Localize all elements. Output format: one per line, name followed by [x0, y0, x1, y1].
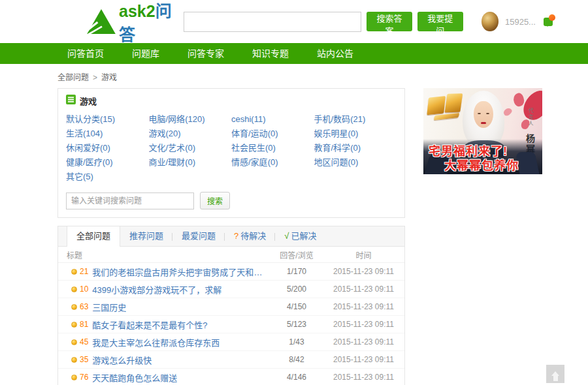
- question-title-link[interactable]: 酷女子看起来是不是最有个性?: [92, 318, 207, 331]
- question-reward-number: 76: [80, 373, 88, 382]
- coin-icon: [71, 304, 77, 310]
- question-title-link[interactable]: 4399小游戏部分游戏玩不了，求解: [92, 283, 221, 296]
- question-tab[interactable]: 全部问题: [67, 226, 120, 247]
- question-row: 10 4399小游戏部分游戏玩不了，求解 5/200 2015-11-23 09…: [58, 281, 404, 298]
- ad-slogan-line2: 大幂幂包养你: [444, 156, 519, 173]
- question-count: 8/42: [270, 355, 323, 364]
- question-reward-number: 10: [80, 285, 88, 294]
- category-box: 游戏 默认分类(15)电脑/网络(120)ceshi(11)手机/数码(21)生…: [57, 88, 405, 218]
- site-logo[interactable]: ask2问答: [86, 0, 176, 45]
- category-link[interactable]: 生活(104): [66, 127, 149, 141]
- question-search-button[interactable]: 搜索: [200, 192, 230, 209]
- question-title-link[interactable]: 三国历史: [92, 301, 126, 313]
- username-text: 15925...: [505, 17, 536, 27]
- search-answers-button[interactable]: 搜索答案: [367, 12, 412, 31]
- category-link[interactable]: 游戏(20): [149, 127, 232, 141]
- question-row: 35 游戏怎么升级快 8/42 2015-11-23 09:11: [58, 351, 404, 369]
- question-row: 45 我是大主宰怎么往帮派仓库存东西 1/43 2015-11-23 09:11: [58, 333, 404, 351]
- breadcrumb: 全部问题>游戏: [57, 71, 553, 82]
- breadcrumb-separator: >: [93, 73, 97, 82]
- category-link[interactable]: 其它(5): [66, 170, 149, 184]
- user-avatar[interactable]: [482, 12, 498, 31]
- logo-text: ask2问答: [119, 0, 176, 45]
- category-link[interactable]: 商业/理财(0): [149, 155, 232, 170]
- main-nav: 问答首页问题库问答专家知识专题站内公告: [0, 43, 588, 64]
- question-tab[interactable]: 推荐问题: [120, 226, 172, 246]
- nav-item[interactable]: 问答首页: [57, 43, 114, 64]
- breadcrumb-current: 游戏: [101, 73, 117, 82]
- question-reward-number: 63: [80, 302, 88, 311]
- ad-banner[interactable]: 代言人 杨幂 宅男福利来了! 大幂幂包养你: [423, 88, 542, 174]
- ad-model-face: [474, 101, 493, 128]
- column-count-label: 回答/浏览: [270, 249, 323, 260]
- category-link[interactable]: 地区问题(0): [314, 155, 397, 170]
- up-arrow-icon: [551, 367, 559, 376]
- coin-icon: [71, 375, 77, 380]
- question-tab[interactable]: 最爱问题: [172, 226, 225, 246]
- question-title-link[interactable]: 我是大主宰怎么往帮派仓库存东西: [92, 336, 220, 348]
- question-title-link[interactable]: 游戏怎么升级快: [92, 354, 152, 366]
- question-title-link[interactable]: 天天酷跑角色怎么赠送: [92, 371, 177, 384]
- back-to-top-button[interactable]: [546, 365, 564, 383]
- question-reward-number: 21: [80, 267, 88, 276]
- question-time: 2015-11-23 09:11: [323, 355, 404, 364]
- question-time: 2015-11-23 09:11: [323, 373, 404, 382]
- question-reward-number: 81: [80, 320, 88, 329]
- logo-triangle-icon: [86, 8, 116, 35]
- question-count: 4/150: [270, 302, 323, 311]
- question-table-header: 标题 回答/浏览 时间: [58, 247, 404, 263]
- category-link[interactable]: 手机/数码(21): [314, 112, 397, 127]
- question-time: 2015-11-23 09:11: [323, 337, 404, 346]
- category-link[interactable]: 文化/艺术(0): [149, 141, 232, 155]
- question-tab[interactable]: ?待解决: [225, 226, 275, 246]
- message-icon[interactable]: [544, 18, 553, 26]
- coin-icon: [71, 269, 77, 275]
- nav-item[interactable]: 知识专题: [242, 43, 299, 64]
- coin-icon: [71, 286, 77, 292]
- category-link[interactable]: 体育/运动(0): [231, 127, 314, 141]
- breadcrumb-root-link[interactable]: 全部问题: [57, 73, 89, 82]
- coin-icon: [71, 322, 77, 328]
- question-list-box: 全部问题推荐问题最爱问题?待解决√已解决 标题 回答/浏览 时间 21 我们的老…: [57, 226, 405, 385]
- coin-icon: [71, 357, 77, 363]
- ad-game-logo: [425, 91, 467, 123]
- question-title-link[interactable]: 我们的老祖宗盘古用斧头把宇宙劈成了天和地，怎么改成...: [92, 266, 270, 278]
- question-count: 5/200: [270, 285, 323, 294]
- question-reward-number: 35: [80, 355, 88, 364]
- question-count: 4/146: [270, 373, 323, 382]
- header-search-input[interactable]: [184, 12, 362, 32]
- question-tab[interactable]: √已解决: [275, 226, 325, 246]
- question-time: 2015-11-23 09:11: [323, 267, 404, 276]
- category-link[interactable]: 娱乐明星(0): [314, 127, 397, 141]
- question-time: 2015-11-23 09:11: [323, 320, 404, 329]
- category-link[interactable]: 休闲爱好(0): [66, 141, 149, 155]
- notification-dot-icon: [549, 14, 555, 21]
- question-count: 1/170: [270, 267, 323, 276]
- category-link[interactable]: 教育/科学(0): [314, 141, 397, 155]
- ask-question-button[interactable]: 我要提问: [417, 12, 463, 31]
- question-count: 1/43: [270, 337, 323, 346]
- question-time: 2015-11-23 09:11: [323, 302, 404, 311]
- question-row: 63 三国历史 4/150 2015-11-23 09:11: [58, 298, 404, 316]
- nav-item[interactable]: 问答专家: [178, 43, 234, 64]
- question-time: 2015-11-23 09:11: [323, 285, 404, 294]
- question-count: 5/123: [270, 320, 323, 329]
- category-link[interactable]: 电脑/网络(120): [149, 112, 232, 127]
- site-header: ask2问答 搜索答案 我要提问 15925...: [0, 0, 588, 43]
- nav-item[interactable]: 问题库: [122, 43, 169, 64]
- category-link[interactable]: 默认分类(15): [66, 112, 149, 127]
- tab-prefix-icon: ?: [234, 231, 238, 241]
- category-link[interactable]: ceshi(11): [231, 112, 314, 127]
- category-link[interactable]: 情感/家庭(0): [231, 155, 314, 170]
- category-link[interactable]: 社会民生(0): [231, 141, 314, 155]
- ad-endorser-label: 代言人: [527, 108, 533, 127]
- tab-prefix-icon: √: [284, 231, 289, 241]
- category-link[interactable]: 健康/医疗(0): [66, 155, 149, 170]
- column-title-label: 标题: [58, 249, 270, 260]
- question-row: 81 酷女子看起来是不是最有个性? 5/123 2015-11-23 09:11: [58, 316, 404, 333]
- category-list-icon: [66, 95, 76, 107]
- question-reward-number: 45: [80, 337, 88, 346]
- nav-item[interactable]: 站内公告: [307, 43, 363, 64]
- question-search-input[interactable]: [66, 192, 194, 209]
- coin-icon: [71, 339, 77, 345]
